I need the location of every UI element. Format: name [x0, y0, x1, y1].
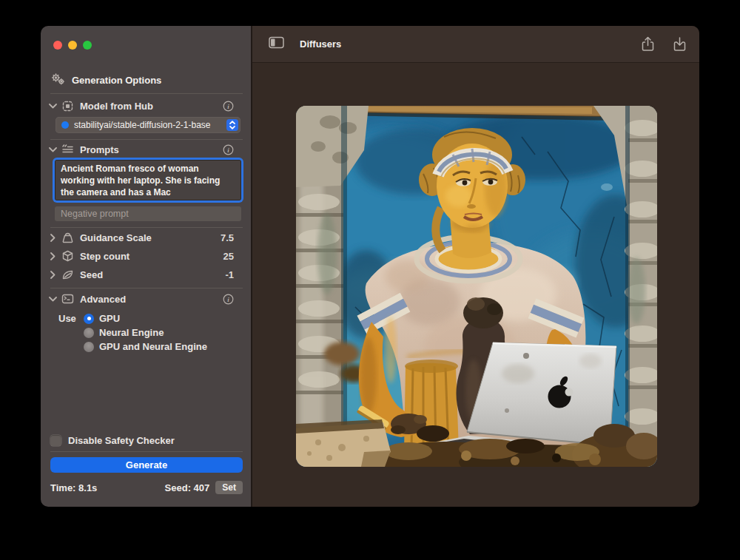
guidance-scale-row[interactable]: Guidance Scale 7.5 — [41, 229, 251, 246]
seed-label: Seed — [80, 269, 103, 280]
divider — [50, 93, 243, 94]
model-section-row[interactable]: Model from Hub i — [41, 98, 251, 114]
time-text: Time: 8.1s — [50, 482, 97, 493]
chevron-right-icon[interactable] — [48, 252, 57, 260]
generation-options-title: Generation Options — [72, 75, 161, 86]
radio-gpu-label: GPU — [99, 313, 120, 324]
info-icon[interactable]: i — [223, 101, 234, 112]
radio-gpu-and-neural-engine-label: GPU and Neural Engine — [99, 341, 207, 352]
step-count-row[interactable]: Step count 25 — [41, 248, 251, 264]
save-icon[interactable] — [673, 36, 686, 52]
prompts-section-label: Prompts — [80, 144, 119, 155]
chevron-right-icon[interactable] — [48, 271, 57, 279]
close-button[interactable] — [53, 41, 62, 50]
generate-button[interactable]: Generate — [50, 457, 243, 473]
image-canvas — [252, 63, 699, 507]
zoom-button[interactable] — [83, 41, 92, 50]
share-icon[interactable] — [642, 36, 654, 52]
info-icon[interactable]: i — [223, 294, 234, 305]
leaf-icon — [61, 269, 74, 280]
titlebar: Diffusers — [252, 26, 699, 63]
text-quote-icon — [61, 144, 74, 155]
fresco-illustration — [296, 106, 657, 467]
radio-neural-engine[interactable] — [84, 328, 94, 338]
window-title: Diffusers — [300, 38, 341, 50]
model-select[interactable]: stabilityai/stable-diffusion-2-1-base — [56, 117, 240, 133]
divider — [50, 288, 243, 289]
radio-gpu[interactable] — [84, 314, 94, 324]
traffic-lights — [53, 41, 92, 50]
radio-gpu-and-neural-engine[interactable] — [84, 342, 94, 352]
radio-neural-engine-label: Neural Engine — [99, 327, 164, 338]
negative-prompt-input[interactable] — [55, 206, 241, 221]
chevron-down-icon[interactable] — [48, 147, 57, 152]
safety-checkbox-label: Disable Safety Checker — [68, 435, 175, 446]
svg-text:i: i — [227, 146, 229, 154]
guidance-scale-label: Guidance Scale — [80, 232, 152, 243]
prompts-section-row[interactable]: Prompts i — [41, 141, 251, 158]
model-section-label: Model from Hub — [80, 101, 153, 112]
cube-icon — [61, 250, 74, 263]
step-count-label: Step count — [80, 251, 130, 262]
main-panel: Diffusers — [252, 26, 699, 507]
safety-checker-row: Disable Safety Checker — [50, 435, 175, 446]
seed-row[interactable]: Seed -1 — [41, 266, 251, 283]
app-window: Generation Options Model from Hub i stab… — [41, 26, 699, 507]
advanced-section-label: Advanced — [80, 294, 126, 305]
chevron-down-icon[interactable] — [48, 104, 57, 109]
sidebar: Generation Options Model from Hub i stab… — [41, 26, 252, 507]
step-count-value: 25 — [223, 251, 234, 262]
use-label: Use — [58, 313, 84, 324]
generation-options-header: Generation Options — [51, 73, 161, 87]
scale-weight-icon — [61, 232, 74, 243]
divider — [50, 227, 243, 228]
chevron-right-icon[interactable] — [48, 234, 57, 242]
set-seed-button[interactable]: Set — [215, 481, 243, 494]
model-select-value: stabilityai/stable-diffusion-2-1-base — [74, 120, 226, 130]
divider — [50, 451, 243, 452]
advanced-section-row[interactable]: Advanced i — [41, 291, 251, 307]
divider — [50, 139, 243, 140]
seed-result-text: Seed: 407 — [165, 482, 210, 493]
terminal-icon — [61, 294, 74, 304]
cpu-icon — [61, 100, 74, 112]
compute-unit-group: Use GPU Neural Engine GPU and Neural Eng… — [58, 311, 207, 354]
minimize-button[interactable] — [68, 41, 77, 50]
chevron-down-icon[interactable] — [48, 297, 57, 302]
model-dot-icon — [61, 121, 69, 129]
svg-text:i: i — [227, 103, 229, 110]
generated-image[interactable] — [296, 106, 657, 467]
info-icon[interactable]: i — [223, 144, 234, 155]
gears-icon — [51, 73, 65, 87]
prompt-input[interactable]: Ancient Roman fresco of woman working wi… — [55, 160, 241, 200]
toggle-sidebar-icon[interactable] — [269, 36, 284, 52]
safety-checkbox[interactable] — [50, 435, 61, 446]
seed-value: -1 — [225, 269, 234, 280]
stepper-icon[interactable] — [226, 119, 238, 131]
guidance-scale-value: 7.5 — [221, 232, 234, 243]
svg-text:i: i — [227, 296, 229, 303]
status-footer: Time: 8.1s Seed: 407 Set — [50, 481, 243, 494]
